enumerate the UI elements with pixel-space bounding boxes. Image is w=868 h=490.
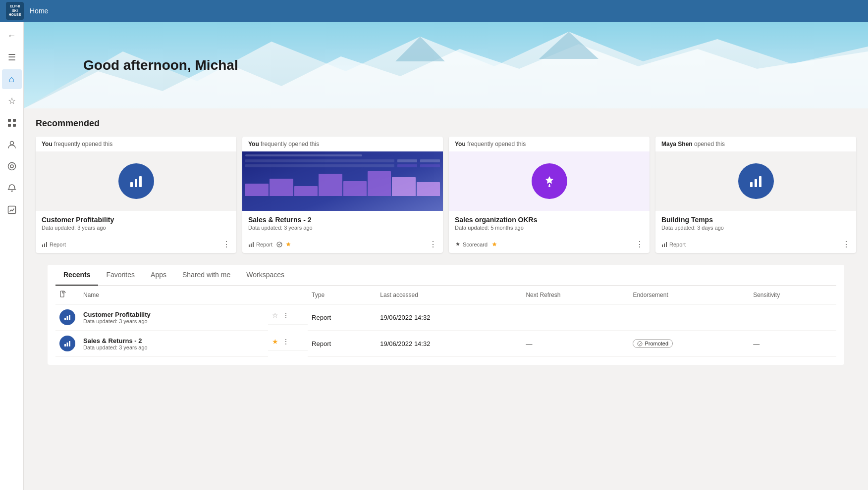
- svg-rect-20: [251, 244, 252, 247]
- card-building-temps[interactable]: Maya Shen opened this Building Temps Dat…: [655, 137, 856, 253]
- card-icon-1: [118, 163, 154, 199]
- card-menu-btn-4[interactable]: ⋮: [842, 240, 850, 249]
- row-name-cell-2: Sales & Returns ‑ 2 Data updated: 3 year…: [79, 331, 268, 357]
- card-header-1: You frequently opened this: [36, 137, 236, 151]
- tabs-bar: Recents Favorites Apps Shared with me Wo…: [55, 265, 836, 286]
- row-icon-cell-1: [55, 304, 79, 331]
- recommended-title: Recommended: [36, 118, 856, 129]
- tab-workspaces[interactable]: Workspaces: [238, 265, 292, 286]
- table-row: Sales & Returns ‑ 2 Data updated: 3 year…: [55, 331, 836, 357]
- svg-rect-33: [67, 316, 68, 320]
- logo: ELPHISKIHOUSE: [6, 2, 24, 20]
- row-name-2[interactable]: Sales & Returns ‑ 2: [83, 337, 264, 344]
- card-type-2: Report: [248, 242, 291, 247]
- card-subtitle-4: Data updated: 3 days ago: [661, 225, 850, 231]
- cards-grid: You frequently opened this Customer Prof…: [36, 137, 856, 253]
- card-footer-4: Report ⋮: [655, 240, 856, 253]
- svg-rect-30: [666, 242, 667, 247]
- row-icon-1: [59, 309, 75, 325]
- svg-point-4: [10, 142, 13, 145]
- card-footer-1: Report ⋮: [36, 240, 236, 253]
- card-title-3: Sales organization OKRs: [455, 216, 644, 224]
- card-body-3: Sales organization OKRs Data updated: 5 …: [449, 211, 650, 240]
- card-body-1: Customer Profitability Data updated: 3 y…: [36, 211, 236, 240]
- row-name-1[interactable]: Customer Profitability: [83, 311, 264, 318]
- card-type-1: Report: [42, 242, 66, 247]
- tab-shared[interactable]: Shared with me: [174, 265, 238, 286]
- row-more-2[interactable]: ⋮: [282, 338, 289, 345]
- th-endorsement: Endorsement: [629, 286, 749, 304]
- sidebar-metrics[interactable]: [2, 200, 22, 220]
- card-body-2: Sales & Returns ‑ 2 Data updated: 3 year…: [242, 211, 443, 240]
- svg-rect-25: [750, 182, 753, 187]
- svg-rect-14: [135, 179, 137, 187]
- sidebar-apps[interactable]: [2, 113, 22, 133]
- card-title-1: Customer Profitability: [42, 216, 230, 224]
- card-menu-btn-2[interactable]: ⋮: [429, 240, 437, 249]
- card-header-2: You frequently opened this: [242, 137, 443, 151]
- svg-rect-3: [13, 124, 16, 127]
- th-next-refresh: Next Refresh: [522, 286, 629, 304]
- card-icon-4: [738, 163, 774, 199]
- svg-rect-17: [44, 244, 45, 247]
- svg-rect-36: [67, 343, 68, 346]
- table-row: Customer Profitability Data updated: 3 y…: [55, 304, 836, 331]
- row-actions-1: ☆ ⋮: [268, 304, 308, 325]
- row-more-1[interactable]: ⋮: [282, 311, 289, 319]
- tab-apps[interactable]: Apps: [143, 265, 174, 286]
- card-menu-btn-3[interactable]: ⋮: [636, 240, 644, 249]
- card-sales-returns[interactable]: You frequently opened this: [242, 137, 443, 253]
- th-star-col: [268, 286, 308, 304]
- card-thumbnail-2: [242, 151, 443, 211]
- sidebar-content[interactable]: [2, 156, 22, 176]
- row-next-refresh-2: —: [522, 331, 629, 357]
- card-customer-profitability[interactable]: You frequently opened this Customer Prof…: [36, 137, 236, 253]
- row-star-2[interactable]: ★: [272, 338, 278, 345]
- th-name: Name: [79, 286, 268, 304]
- sidebar-alerts[interactable]: [2, 178, 22, 198]
- svg-rect-0: [8, 119, 11, 122]
- th-sensitivity: Sensitivity: [749, 286, 836, 304]
- row-endorsement-1: —: [629, 304, 749, 331]
- sidebar-favorites[interactable]: ☆: [2, 91, 22, 111]
- card-icon-3: [532, 163, 567, 199]
- sidebar-home[interactable]: ⌂: [2, 69, 22, 89]
- tab-favorites[interactable]: Favorites: [98, 265, 143, 286]
- recents-table: Name Type Last accessed Next Refresh End…: [55, 286, 836, 357]
- card-header-3: You frequently opened this: [449, 137, 650, 151]
- row-type-1: Report: [308, 304, 376, 331]
- recommended-section: Recommended You frequently opened this C…: [24, 108, 868, 385]
- card-thumbnail-3: [449, 151, 650, 211]
- th-last-accessed: Last accessed: [376, 286, 522, 304]
- svg-rect-34: [69, 315, 70, 320]
- promoted-badge: Promoted: [633, 339, 673, 348]
- row-icon-cell-2: [55, 331, 79, 357]
- svg-rect-37: [69, 341, 70, 346]
- row-sensitivity-2: —: [749, 331, 836, 357]
- card-subtitle-3: Data updated: 5 months ago: [455, 225, 644, 231]
- svg-rect-32: [64, 318, 66, 320]
- svg-rect-28: [662, 245, 663, 247]
- row-endorsement-2: Promoted: [629, 331, 749, 357]
- top-bar: ELPHISKIHOUSE Home: [0, 0, 868, 22]
- svg-point-5: [8, 163, 15, 170]
- svg-rect-19: [249, 245, 250, 247]
- sidebar-back[interactable]: ←: [2, 26, 22, 46]
- row-last-accessed-2: 19/06/2022 14:32: [376, 331, 522, 357]
- card-menu-btn-1[interactable]: ⋮: [222, 240, 230, 249]
- card-subtitle-1: Data updated: 3 years ago: [42, 225, 230, 231]
- th-file-icon: [55, 286, 79, 304]
- svg-rect-29: [664, 244, 665, 247]
- svg-rect-21: [253, 242, 254, 247]
- card-okrs[interactable]: You frequently opened this Sales organiz…: [449, 137, 650, 253]
- sidebar-people[interactable]: [2, 135, 22, 154]
- top-bar-title: Home: [30, 7, 48, 15]
- svg-rect-27: [759, 176, 761, 187]
- svg-rect-15: [139, 176, 142, 187]
- tab-recents[interactable]: Recents: [55, 265, 98, 286]
- sidebar-menu[interactable]: ☰: [2, 48, 22, 67]
- row-star-1[interactable]: ☆: [272, 311, 278, 319]
- logo-box: ELPHISKIHOUSE: [6, 2, 24, 20]
- card-title-4: Building Temps: [661, 216, 850, 224]
- sidebar: ← ☰ ⌂ ☆: [0, 22, 24, 490]
